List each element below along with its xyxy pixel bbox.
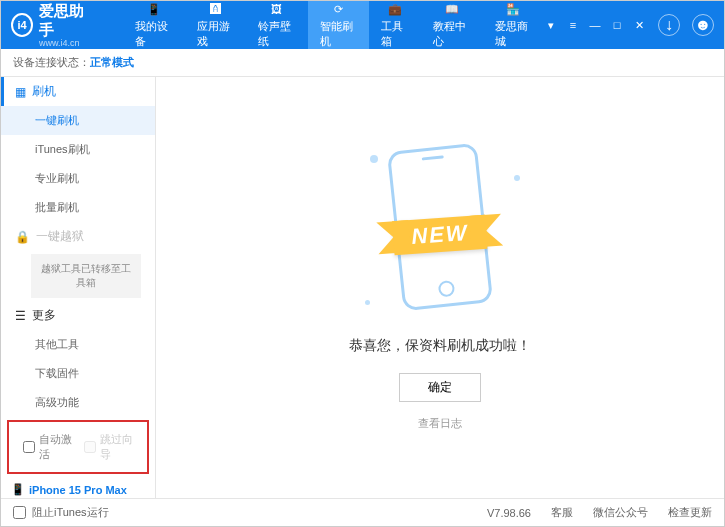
nav-apps[interactable]: 🅰应用游戏: [185, 1, 246, 49]
sidebar-item-other-tools[interactable]: 其他工具: [1, 330, 155, 359]
brand-url: www.i4.cn: [39, 38, 93, 48]
toolbox-icon: 💼: [386, 1, 404, 17]
skip-guide-label: 跳过向导: [100, 432, 133, 462]
apps-icon: 🅰: [207, 1, 225, 17]
sidebar-item-itunes-flash[interactable]: iTunes刷机: [1, 135, 155, 164]
statusbar: 设备连接状态： 正常模式: [1, 49, 724, 77]
store-icon: 🏪: [504, 1, 522, 17]
download-icon[interactable]: ↓: [658, 14, 680, 36]
device-icon: 📱: [145, 1, 163, 17]
nav-tabs: 📱我的设备 🅰应用游戏 🖼铃声壁纸 ⟳智能刷机 💼工具箱 📖教程中心 🏪爱思商城: [123, 1, 544, 49]
wechat-link[interactable]: 微信公众号: [593, 505, 648, 520]
sidebar-item-batch-flash[interactable]: 批量刷机: [1, 193, 155, 222]
device-info[interactable]: 📱iPhone 15 Pro Max 512GB iPhone: [1, 477, 155, 498]
view-log-link[interactable]: 查看日志: [418, 416, 462, 431]
logo-icon: i4: [11, 13, 33, 37]
version-label: V7.98.66: [487, 507, 531, 519]
sidebar-section-more[interactable]: ☰ 更多: [1, 301, 155, 330]
close-icon[interactable]: ✕: [632, 18, 646, 32]
minimize-icon[interactable]: —: [588, 18, 602, 32]
status-label: 设备连接状态：: [13, 55, 90, 70]
brand-block: 爱思助手 www.i4.cn: [39, 2, 93, 48]
titlebar: i4 爱思助手 www.i4.cn 📱我的设备 🅰应用游戏 🖼铃声壁纸 ⟳智能刷…: [1, 1, 724, 49]
book-icon: 📖: [443, 1, 461, 17]
settings-icon[interactable]: ≡: [566, 18, 580, 32]
bottombar: 阻止iTunes运行 V7.98.66 客服 微信公众号 检查更新: [1, 498, 724, 526]
more-icon: ☰: [15, 309, 26, 323]
status-mode: 正常模式: [90, 55, 134, 70]
support-link[interactable]: 客服: [551, 505, 573, 520]
auto-activate-checkbox[interactable]: [23, 441, 35, 453]
nav-smart-flash[interactable]: ⟳智能刷机: [308, 1, 369, 49]
user-icon[interactable]: ☻: [692, 14, 714, 36]
block-itunes-checkbox[interactable]: [13, 506, 26, 519]
flash-section-icon: ▦: [15, 85, 26, 99]
brand-name: 爱思助手: [39, 2, 84, 38]
sidebar-item-onekey-flash[interactable]: 一键刷机: [1, 106, 155, 135]
new-badge: NEW: [392, 214, 487, 254]
sidebar: ▦ 刷机 一键刷机 iTunes刷机 专业刷机 批量刷机 🔒 一键越狱 越狱工具…: [1, 77, 156, 498]
block-itunes-label: 阻止iTunes运行: [32, 505, 109, 520]
sidebar-item-download-firmware[interactable]: 下载固件: [1, 359, 155, 388]
menu-icon[interactable]: ▾: [544, 18, 558, 32]
auto-activate-label: 自动激活: [39, 432, 72, 462]
success-message: 恭喜您，保资料刷机成功啦！: [349, 337, 531, 355]
nav-toolbox[interactable]: 💼工具箱: [369, 1, 421, 49]
nav-ringtones[interactable]: 🖼铃声壁纸: [246, 1, 307, 49]
flash-icon: ⟳: [329, 1, 347, 17]
nav-my-device[interactable]: 📱我的设备: [123, 1, 184, 49]
title-controls: ▾ ≡ — □ ✕ ↓ ☻: [544, 14, 714, 36]
nav-tutorials[interactable]: 📖教程中心: [421, 1, 482, 49]
lock-icon: 🔒: [15, 230, 30, 244]
check-update-link[interactable]: 检查更新: [668, 505, 712, 520]
jailbreak-moved-note: 越狱工具已转移至工具箱: [31, 254, 141, 298]
sidebar-item-advanced[interactable]: 高级功能: [1, 388, 155, 417]
nav-store[interactable]: 🏪爱思商城: [483, 1, 544, 49]
main-content: NEW 恭喜您，保资料刷机成功啦！ 确定 查看日志: [156, 77, 724, 498]
image-icon: 🖼: [268, 1, 286, 17]
sidebar-section-flash[interactable]: ▦ 刷机: [1, 77, 155, 106]
skip-guide-checkbox: [84, 441, 96, 453]
sidebar-section-jailbreak: 🔒 一键越狱: [1, 222, 155, 251]
maximize-icon[interactable]: □: [610, 18, 624, 32]
confirm-button[interactable]: 确定: [399, 373, 481, 402]
phone-icon: 📱: [11, 483, 25, 496]
sidebar-item-pro-flash[interactable]: 专业刷机: [1, 164, 155, 193]
highlighted-options: 自动激活 跳过向导: [7, 420, 149, 474]
success-illustration: NEW: [340, 145, 540, 325]
